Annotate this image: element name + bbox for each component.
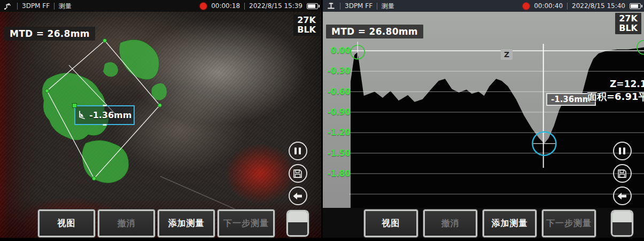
split-view-bottom (612, 222, 632, 235)
record-time: 00:00:40 (534, 2, 563, 10)
divider (377, 3, 377, 10)
record-time: 00:00:18 (211, 2, 240, 10)
button-label: 视图 (382, 218, 400, 229)
split-view-bottom (288, 222, 307, 235)
record-indicator-icon (523, 3, 530, 10)
z-value-label: Z=12.14mm (610, 79, 644, 89)
undo-button[interactable]: 撤消 (98, 209, 155, 237)
mode-label: 3DPM FF (345, 2, 373, 10)
divider (567, 3, 568, 10)
letterbox-strip (0, 238, 321, 241)
scan-level-badge: 27K BLK (293, 14, 320, 36)
defect-highlight-blob (82, 141, 129, 183)
save-button[interactable] (289, 164, 307, 183)
datetime: 2022/8/15 15:40 (572, 2, 625, 10)
button-label: 视图 (58, 218, 76, 229)
bottom-button-bar: 视图 撤消 添加测量 下一步测量 (38, 209, 275, 237)
view-button[interactable]: 视图 (364, 209, 418, 237)
back-arrow-icon (293, 192, 302, 200)
save-icon (617, 169, 627, 178)
y-axis-tick-label: -0.30 (327, 66, 351, 76)
battery-icon (307, 3, 318, 9)
menu-label[interactable]: 测量 (382, 2, 394, 11)
side-action-column (286, 142, 309, 237)
bottom-button-bar: 视图 撤消 添加测量 下一步测量 (364, 209, 596, 237)
defect-highlight-blob (103, 62, 118, 76)
depth-measure-icon (78, 110, 87, 120)
split-view-toggle[interactable] (611, 210, 633, 237)
profile-panel: 0.00-0.30-0.60-0.90-1.20-1.50-1.80 Z -1.… (323, 0, 644, 241)
battery-icon (630, 3, 641, 9)
mtd-label: MTD = 26.80mm (326, 25, 423, 38)
divider (17, 3, 18, 10)
surface-crack-line (160, 176, 243, 213)
side-action-column (611, 142, 633, 237)
y-axis-tick-label: -1.80 (327, 169, 351, 178)
add-measurement-button[interactable]: 添加测量 (483, 209, 537, 237)
next-measurement-button[interactable]: 下一步测量 (218, 209, 275, 237)
depth-result-box[interactable]: -1.36mm (74, 105, 135, 125)
back-button[interactable] (289, 186, 307, 205)
scan-count: 27K (619, 14, 638, 24)
depth-profile-chart (323, 12, 644, 208)
mode-label: 3DPM FF (22, 2, 50, 10)
record-indicator-icon (200, 3, 207, 10)
pause-icon (619, 147, 625, 154)
pause-button[interactable] (289, 142, 307, 160)
mtd-label: MTD = 26.8mm (4, 27, 95, 41)
datetime: 2022/8/15 15:39 (249, 2, 302, 10)
probe-icon (3, 2, 13, 10)
status-bar: 3DPM FF 测量 00:00:40 2022/8/15 15:40 (323, 0, 644, 12)
split-view-top (612, 212, 632, 222)
letterbox-strip (323, 238, 644, 241)
button-label: 添加测量 (492, 218, 528, 229)
status-bar: 3DPM FF 测量 00:00:18 2022/8/15 15:39 (0, 0, 321, 12)
y-axis-tick-label: -0.60 (327, 87, 351, 97)
defect-highlight-blob (119, 40, 159, 80)
button-label: 撤消 (118, 218, 136, 229)
divider (244, 3, 245, 10)
button-label: 下一步测量 (223, 218, 269, 229)
box-edge-tick (103, 124, 106, 126)
pause-icon (294, 147, 301, 154)
split-view-top (288, 212, 307, 222)
add-measurement-button[interactable]: 添加测量 (158, 209, 215, 237)
depth-value-text: -1.36mm (89, 110, 131, 120)
box-drag-handle[interactable] (72, 103, 77, 108)
button-label: 添加测量 (168, 218, 205, 229)
save-button[interactable] (613, 164, 632, 183)
camera-panel: -1.36mm MTD = 26.8mm 27K BLK 3DPM FF 测量 … (0, 0, 321, 241)
button-label: 下一步测量 (546, 218, 592, 229)
y-axis-tick-label: 0.00 (327, 46, 351, 56)
profile-plane-icon (326, 2, 336, 10)
button-label: 撤消 (441, 218, 460, 229)
next-measurement-button[interactable]: 下一步测量 (542, 209, 596, 237)
view-button[interactable]: 视图 (38, 209, 95, 237)
area-value-label: 面积=6.91平方毫米 (587, 90, 644, 103)
dual-view-screen: -1.36mm MTD = 26.8mm 27K BLK 3DPM FF 测量 … (0, 0, 644, 241)
scan-mode: BLK (297, 25, 316, 35)
box-edge-tick (103, 105, 106, 106)
y-axis-tick-label: -1.20 (327, 128, 351, 137)
menu-label[interactable]: 测量 (59, 2, 72, 11)
back-button[interactable] (613, 186, 632, 205)
y-axis-tick-label: -0.90 (327, 107, 351, 117)
divider (340, 3, 340, 10)
divider (54, 3, 55, 10)
scan-mode: BLK (619, 24, 638, 33)
scan-level-badge: 27K BLK (615, 13, 641, 34)
z-axis-marker: Z (501, 49, 513, 60)
back-arrow-icon (617, 192, 627, 200)
save-icon (293, 169, 302, 178)
pause-button[interactable] (613, 142, 632, 160)
y-axis-tick-label: -1.50 (327, 149, 351, 158)
split-view-toggle[interactable] (286, 210, 309, 237)
undo-button[interactable]: 撤消 (423, 209, 477, 237)
scan-count: 27K (297, 15, 316, 25)
